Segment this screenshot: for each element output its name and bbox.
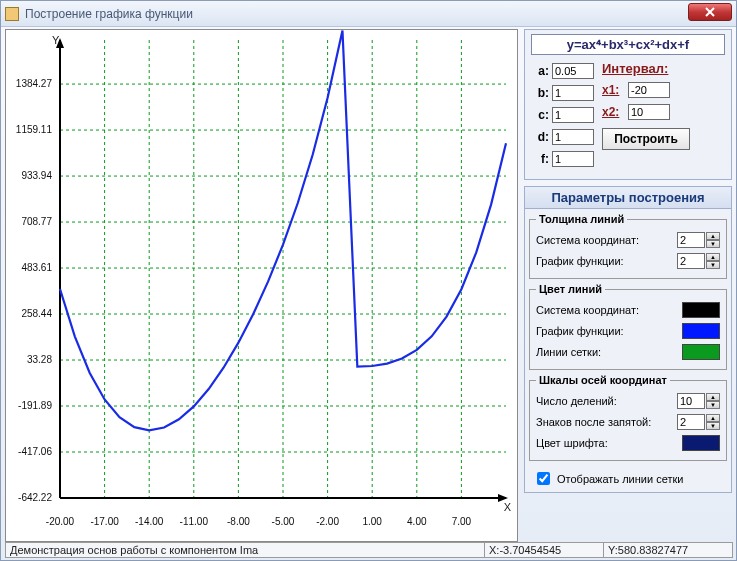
coeff-b-input[interactable] bbox=[552, 85, 594, 101]
spinner-down[interactable]: ▼ bbox=[706, 261, 720, 269]
titlebar[interactable]: Построение графика функции bbox=[1, 1, 736, 27]
thickness-axes-input[interactable] bbox=[677, 232, 705, 248]
spinner-down[interactable]: ▼ bbox=[706, 401, 720, 409]
color-axes-swatch[interactable] bbox=[682, 302, 720, 318]
coeff-a-label: a: bbox=[531, 64, 549, 78]
status-bar: Демонстрация основ работы с компонентом … bbox=[5, 542, 732, 558]
color-legend: Цвет линий bbox=[536, 283, 605, 295]
spinner-up[interactable]: ▲ bbox=[706, 393, 720, 401]
show-grid-checkbox[interactable] bbox=[537, 472, 550, 485]
status-text: Демонстрация основ работы с компонентом … bbox=[5, 542, 485, 558]
show-grid-label: Отображать линии сетки bbox=[557, 473, 683, 485]
coeff-a-input[interactable] bbox=[552, 63, 594, 79]
coeff-f-input[interactable] bbox=[552, 151, 594, 167]
coeff-d-label: d: bbox=[531, 130, 549, 144]
params-panel: Параметры построения Толщина линий Систе… bbox=[524, 186, 732, 493]
color-axes-label: Система координат: bbox=[536, 304, 639, 316]
equation-header: y=ax⁴+bx³+cx²+dx+f bbox=[531, 34, 725, 55]
x1-input[interactable] bbox=[628, 82, 670, 98]
color-grid-label: Линии сетки: bbox=[536, 346, 601, 358]
color-func-label: График функции: bbox=[536, 325, 624, 337]
equation-panel: y=ax⁴+bx³+cx²+dx+f a: b: c: d: f: Интерв… bbox=[524, 29, 732, 180]
x1-label: x1: bbox=[602, 83, 628, 97]
coeff-c-label: c: bbox=[531, 108, 549, 122]
spinner-down[interactable]: ▼ bbox=[706, 240, 720, 248]
color-group: Цвет линий Система координат: График фун… bbox=[529, 283, 727, 370]
thickness-func-label: График функции: bbox=[536, 255, 624, 267]
params-header: Параметры построения bbox=[525, 187, 731, 209]
x-axis-label: X bbox=[504, 501, 511, 513]
x2-label: x2: bbox=[602, 105, 628, 119]
spinner-up[interactable]: ▲ bbox=[706, 414, 720, 422]
status-y: Y: 580.83827477 bbox=[603, 542, 733, 558]
spinner-down[interactable]: ▼ bbox=[706, 422, 720, 430]
div-label: Число делений: bbox=[536, 395, 617, 407]
plot-panel[interactable]: Y X -20.00-17.00-14.00-11.00-8.00-5.00-2… bbox=[5, 29, 518, 542]
close-icon bbox=[705, 7, 715, 17]
font-color-swatch[interactable] bbox=[682, 435, 720, 451]
scales-legend: Шкалы осей координат bbox=[536, 374, 670, 386]
coeff-b-label: b: bbox=[531, 86, 549, 100]
color-grid-swatch[interactable] bbox=[682, 344, 720, 360]
color-func-swatch[interactable] bbox=[682, 323, 720, 339]
coeff-d-input[interactable] bbox=[552, 129, 594, 145]
interval-title: Интервал: bbox=[602, 61, 690, 76]
y-axis-label: Y bbox=[52, 34, 59, 46]
x2-input[interactable] bbox=[628, 104, 670, 120]
scales-group: Шкалы осей координат Число делений: ▲▼ З… bbox=[529, 374, 727, 461]
thickness-axes-label: Система координат: bbox=[536, 234, 639, 246]
coeff-c-input[interactable] bbox=[552, 107, 594, 123]
status-x: X: -3.70454545 bbox=[484, 542, 604, 558]
build-button[interactable]: Построить bbox=[602, 128, 690, 150]
app-icon bbox=[5, 7, 19, 21]
dec-label: Знаков после запятой: bbox=[536, 416, 651, 428]
div-input[interactable] bbox=[677, 393, 705, 409]
window-title: Построение графика функции bbox=[25, 7, 193, 21]
spinner-up[interactable]: ▲ bbox=[706, 253, 720, 261]
thickness-func-input[interactable] bbox=[677, 253, 705, 269]
dec-input[interactable] bbox=[677, 414, 705, 430]
chart-canvas[interactable] bbox=[6, 30, 517, 541]
coeff-f-label: f: bbox=[531, 152, 549, 166]
close-button[interactable] bbox=[688, 3, 732, 21]
thickness-group: Толщина линий Система координат: ▲▼ Граф… bbox=[529, 213, 727, 279]
spinner-up[interactable]: ▲ bbox=[706, 232, 720, 240]
thickness-legend: Толщина линий bbox=[536, 213, 627, 225]
font-color-label: Цвет шрифта: bbox=[536, 437, 608, 449]
